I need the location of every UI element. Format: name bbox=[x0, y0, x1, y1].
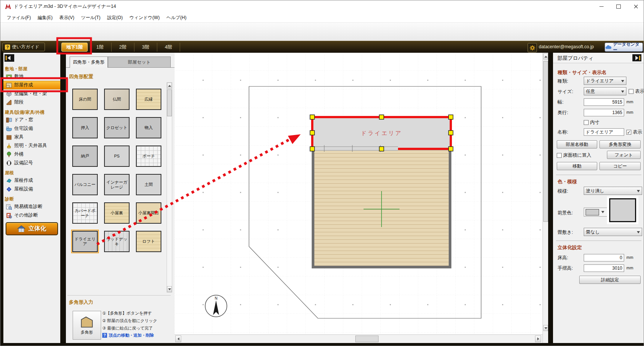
usage-guide-button[interactable]: ? 使い方ガイド bbox=[2, 43, 45, 51]
foreground-color-dropdown[interactable] bbox=[584, 208, 608, 217]
maximize-button[interactable] bbox=[610, 0, 627, 12]
room-button-wood-deck[interactable]: ウッドデッキ bbox=[104, 231, 130, 252]
handle-mid-left[interactable] bbox=[310, 131, 315, 135]
room-button-covered-porch[interactable]: カバードポーチ bbox=[72, 202, 98, 224]
room-button-nando[interactable]: 納戸 bbox=[72, 146, 98, 167]
handrail-height-input[interactable]: 3010 bbox=[584, 264, 624, 272]
sidebar-item-roof-equipment[interactable]: 屋根設備 bbox=[3, 185, 60, 193]
depth-input[interactable]: 1365 bbox=[584, 109, 624, 116]
sidebar-item-equipment-symbol[interactable]: 設備記号 bbox=[3, 159, 60, 167]
scroll-right-button[interactable] bbox=[535, 336, 541, 342]
close-button[interactable] bbox=[627, 0, 644, 12]
handle-top-left[interactable] bbox=[310, 115, 315, 119]
tab-basement-1f[interactable]: 地下1階 bbox=[61, 43, 88, 52]
palette-scrollbar[interactable] bbox=[167, 82, 172, 293]
room-button-oshiire[interactable]: 押入 bbox=[72, 117, 98, 138]
room-button-koyaura-opening[interactable]: 小屋裏開口 bbox=[136, 202, 161, 224]
scroll-up-button[interactable] bbox=[167, 83, 172, 89]
sidebar-item-lighting[interactable]: 照明・天井器具 bbox=[3, 141, 60, 150]
room-button-balcony[interactable]: バルコニー bbox=[72, 174, 98, 195]
move-button[interactable]: 移動 bbox=[557, 162, 597, 170]
handle-bottom-mid[interactable] bbox=[379, 147, 384, 151]
name-show-checkbox[interactable]: ✓表示 bbox=[626, 129, 642, 135]
room-button-hiroen[interactable]: 広縁 bbox=[136, 89, 161, 110]
sidebar-collapse-button[interactable] bbox=[4, 54, 14, 62]
room-button-tokonoma[interactable]: 床の間 bbox=[72, 89, 98, 110]
sidebar-item-stairs[interactable]: 階段 bbox=[3, 98, 60, 107]
sidebar-item-door-window[interactable]: ドア・窓 bbox=[3, 116, 60, 124]
tab-1f[interactable]: 1階 bbox=[89, 43, 112, 52]
tab-3f[interactable]: 3階 bbox=[134, 43, 157, 52]
minimize-button[interactable] bbox=[593, 0, 610, 12]
room-button-doma[interactable]: 土間 bbox=[136, 174, 161, 195]
sidebar-item-room-create[interactable]: 部屋作成 bbox=[3, 81, 60, 89]
handle-mid-right[interactable] bbox=[449, 131, 453, 135]
sidebar-item-site[interactable]: 敷地 bbox=[3, 72, 60, 81]
hscroll-thumb[interactable] bbox=[355, 336, 379, 342]
menu-tool[interactable]: ツール(T) bbox=[78, 12, 104, 23]
room-button-butsuma[interactable]: 仏間 bbox=[104, 89, 130, 110]
width-input[interactable]: 5915 bbox=[584, 98, 624, 106]
sidebar-item-other-diagnosis[interactable]: その他診断 bbox=[3, 211, 60, 220]
polygon-step-1: ①【多角形】ボタンを押す bbox=[102, 309, 173, 317]
room-button-dry-area[interactable]: ドライエリア bbox=[72, 231, 98, 252]
datacenter-button[interactable]: データセンター bbox=[605, 43, 643, 52]
sidebar-item-wall-pillar-beam[interactable]: 壁編集・柱・梁 bbox=[3, 89, 60, 98]
room-button-porch[interactable]: ポーチ bbox=[136, 146, 161, 167]
settings-gear-button[interactable] bbox=[528, 43, 537, 52]
tab-rect-polygon[interactable]: 四角形・多角形 bbox=[70, 56, 108, 68]
pattern-dropdown[interactable]: 塗り潰し bbox=[584, 187, 642, 195]
floor-height-input[interactable]: 0 bbox=[584, 254, 624, 261]
size-dropdown[interactable]: 任意 bbox=[584, 87, 626, 95]
polygon-convert-button[interactable]: 多角形変換 bbox=[599, 140, 641, 148]
sidebar-item-house-equipment[interactable]: 住宅設備 bbox=[3, 124, 60, 133]
sidebar-item-structure-diagnosis[interactable]: 簡易構造診断 bbox=[3, 202, 60, 211]
tab-room-set[interactable]: 部屋セット bbox=[108, 56, 171, 68]
room-name-move-button[interactable]: 部屋名移動 bbox=[557, 140, 597, 148]
sidebar-item-exterior[interactable]: 外構 bbox=[3, 150, 60, 159]
font-button[interactable]: フォント bbox=[607, 151, 641, 159]
menu-file[interactable]: ファイル(F) bbox=[3, 12, 34, 23]
polygon-button[interactable]: 多角形 bbox=[73, 311, 101, 340]
room-button-inner-garage[interactable]: インナーガレージ bbox=[104, 174, 130, 195]
handle-bottom-left[interactable] bbox=[310, 147, 315, 151]
menu-edit[interactable]: 編集(E) bbox=[34, 12, 56, 23]
scroll-up-button[interactable] bbox=[543, 53, 548, 59]
detail-settings-button[interactable]: 詳細設定 bbox=[579, 276, 641, 284]
name-input[interactable]: ドライエリア bbox=[584, 128, 624, 136]
menu-bar: ファイル(F) 編集(E) 表示(V) ツール(T) 設定(O) ウィンドウ(W… bbox=[0, 12, 644, 23]
sidebar-item-furniture[interactable]: 家具 bbox=[3, 133, 60, 141]
handle-top-right[interactable] bbox=[449, 115, 453, 119]
inner-dimension-checkbox[interactable]: 内寸 bbox=[584, 119, 599, 126]
scroll-down-button[interactable] bbox=[167, 286, 172, 292]
tab-2f[interactable]: 2階 bbox=[112, 43, 134, 52]
room-button-koyaura[interactable]: 小屋裏 bbox=[104, 202, 130, 224]
menu-settings[interactable]: 設定(O) bbox=[104, 12, 126, 23]
sidebar-item-roof-create[interactable]: 屋根作成 bbox=[3, 176, 60, 185]
tab-4f[interactable]: 4階 bbox=[157, 43, 180, 52]
room-button-monoire[interactable]: 物入 bbox=[136, 117, 161, 138]
vertex-help-link[interactable]: ? 頂点の移動・追加・削除 bbox=[102, 333, 154, 338]
menu-view[interactable]: 表示(V) bbox=[56, 12, 78, 23]
menu-window[interactable]: ウィンドウ(W) bbox=[126, 12, 163, 23]
room-button-closet[interactable]: クロゼット bbox=[104, 117, 130, 138]
scroll-left-button[interactable] bbox=[175, 336, 181, 342]
canvas-vscrollbar[interactable] bbox=[543, 53, 548, 343]
room-button-loft[interactable]: ロフト bbox=[136, 231, 161, 252]
copy-button[interactable]: コピー bbox=[599, 162, 641, 170]
panel-collapse-button[interactable] bbox=[632, 54, 641, 61]
type-dropdown[interactable]: ドライエリア bbox=[584, 77, 626, 85]
make-3d-button[interactable]: 立体化 bbox=[6, 222, 58, 235]
menu-help[interactable]: ヘルプ(H) bbox=[163, 12, 190, 23]
handle-top-mid[interactable] bbox=[379, 115, 384, 119]
room-button-ps[interactable]: PS bbox=[104, 146, 130, 167]
scroll-down-button[interactable] bbox=[543, 325, 548, 331]
floor-area-checkbox[interactable]: 床面積に算入 bbox=[557, 152, 591, 159]
scroll-thumb[interactable] bbox=[167, 89, 172, 116]
handle-bottom-right[interactable] bbox=[449, 147, 453, 151]
tatami-dropdown[interactable]: 畳なし bbox=[584, 228, 642, 236]
size-show-checkbox[interactable]: 表示 bbox=[629, 88, 644, 95]
vscroll-thumb[interactable] bbox=[543, 61, 548, 222]
floorplan-canvas[interactable]: ドライエリア N bbox=[174, 53, 543, 334]
canvas-hscrollbar[interactable] bbox=[174, 334, 543, 343]
